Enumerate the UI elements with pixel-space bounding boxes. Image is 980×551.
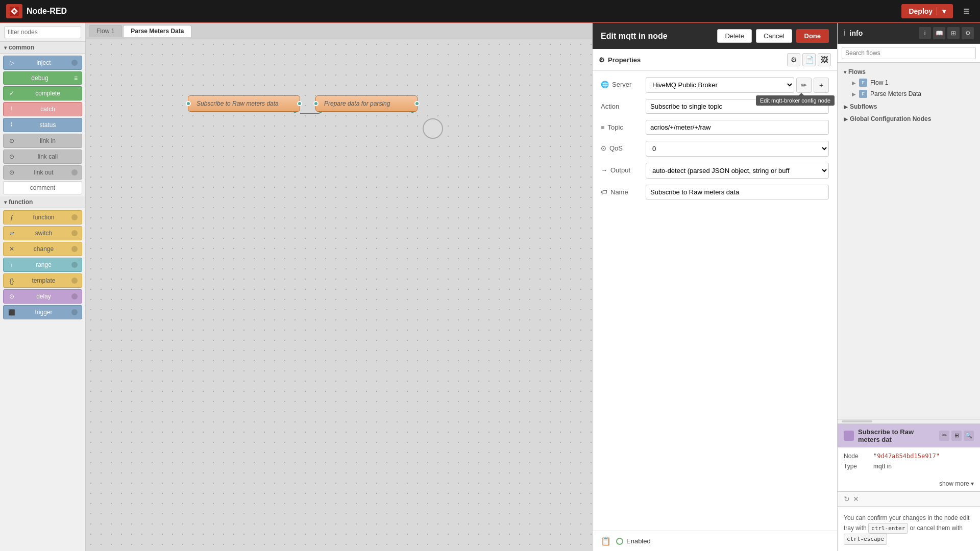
template-icon: {}	[8, 277, 16, 285]
nd-type-value: mqtt in	[873, 463, 892, 470]
name-form-row: 🏷 Name	[601, 185, 829, 199]
topic-icon: ≡	[601, 123, 605, 131]
hamburger-button[interactable]: ≡	[959, 3, 974, 20]
node-template[interactable]: {} template	[3, 273, 82, 288]
node-delay[interactable]: ⊙ delay	[3, 289, 82, 304]
switch-port	[71, 230, 78, 236]
trigger-icon: ⬛	[8, 308, 16, 316]
nd-title: Subscribe to Raw meters dat	[858, 428, 935, 443]
node-catch[interactable]: ! catch	[3, 102, 82, 116]
output-control: auto-detect (parsed JSON object, string …	[646, 163, 829, 179]
name-control	[646, 185, 829, 199]
tree-parse-meters[interactable]: ▶ F Parse Meters Data	[842, 88, 976, 99]
close-icon[interactable]: ✕	[853, 495, 859, 503]
output-select[interactable]: auto-detect (parsed JSON object, string …	[646, 163, 829, 179]
flows-section-header[interactable]: ▾ Flows	[842, 67, 976, 77]
topic-form-row: ≡ Topic	[601, 120, 829, 135]
nd-header-icons: ✏ ⊞ 🔍	[939, 431, 974, 441]
server-row: HiveMQ Public Broker ✏ Edit mqtt-broker …	[646, 77, 829, 93]
topic-input[interactable]	[646, 120, 829, 135]
category-function[interactable]: ▾ function	[0, 196, 85, 208]
node-linkin[interactable]: ⊙ link in	[3, 134, 82, 148]
tab-parse-meters[interactable]: Parse Meters Data	[123, 25, 191, 37]
name-icon: 🏷	[601, 188, 607, 196]
node-function[interactable]: ƒ function	[3, 210, 82, 224]
server-select[interactable]: HiveMQ Public Broker	[646, 77, 794, 93]
global-config-header[interactable]: ▶ Global Configuration Nodes	[842, 114, 976, 124]
canvas-circle-node[interactable]	[423, 118, 443, 139]
toolbar-settings-icon[interactable]: ⚙	[787, 53, 800, 66]
footer-export-icon[interactable]: 📋	[601, 536, 611, 546]
linkin-label: link in	[18, 137, 78, 144]
logo-icon	[6, 4, 22, 18]
subflows-label: Subflows	[850, 103, 877, 110]
server-form-row: 🌐 Server HiveMQ Public Broker ✏ Edit mqt…	[601, 77, 829, 93]
node-trigger[interactable]: ⬛ trigger	[3, 305, 82, 319]
node-linkcall[interactable]: ⊙ link call	[3, 149, 82, 164]
edit-toolbar: ⚙ Properties ⚙ 📄 🖼	[593, 49, 837, 71]
deploy-button[interactable]: Deploy ▾	[901, 4, 953, 18]
right-book-icon[interactable]: 📖	[933, 27, 945, 39]
action-form-row: Action	[601, 99, 829, 114]
node-linkout[interactable]: ⊙ link out	[3, 165, 82, 180]
shortcut-ctrl-escape: ctrl-escape	[844, 534, 887, 545]
topic-label: ≡ Topic	[601, 120, 642, 131]
done-button[interactable]: Done	[796, 29, 829, 43]
nd-node-row: Node "9d47a854bd15e917"	[844, 453, 974, 460]
nd-search-icon[interactable]: 🔍	[964, 431, 974, 441]
filter-nodes-input[interactable]	[4, 26, 81, 38]
switch-label: switch	[18, 230, 69, 237]
qos-select[interactable]: 0 1 2	[646, 141, 829, 157]
switch-icon: ⇌	[8, 229, 16, 237]
right-nodes-icon[interactable]: ⊞	[947, 27, 960, 39]
action-input[interactable]	[646, 99, 829, 114]
node-debug[interactable]: debug ≡	[3, 71, 82, 85]
right-panel-icons: i 📖 ⊞ ⚙	[919, 27, 974, 39]
node-comment[interactable]: comment	[3, 181, 82, 194]
node-status[interactable]: ⌇ status	[3, 118, 82, 132]
node-range[interactable]: i range	[3, 258, 82, 272]
search-flows-input[interactable]	[842, 47, 976, 59]
node-complete[interactable]: ✓ complete	[3, 86, 82, 101]
toolbar-appearance-icon[interactable]: 🖼	[818, 53, 831, 66]
tree-flow1[interactable]: ▶ F Flow 1	[842, 77, 976, 88]
app-logo: Node-RED	[6, 4, 67, 18]
name-input[interactable]	[646, 185, 829, 199]
linkcall-icon: ⊙	[8, 153, 16, 161]
output-form-row: → Output auto-detect (parsed JSON object…	[601, 163, 829, 179]
node-detail-card: Subscribe to Raw meters dat ✏ ⊞ 🔍 Node "…	[838, 423, 980, 491]
right-panel: i info i 📖 ⊞ ⚙ ▾ Flows ▶ F Flow 1	[837, 23, 980, 551]
add-server-button[interactable]: +	[814, 78, 829, 93]
toolbar-description-icon[interactable]: 📄	[802, 53, 816, 66]
canvas-node-prepare[interactable]: Prepare data for parsing	[315, 95, 418, 112]
cancel-button[interactable]: Cancel	[756, 29, 792, 43]
enabled-circle	[616, 538, 623, 545]
nd-edit-icon[interactable]: ✏	[939, 431, 949, 441]
right-settings-icon[interactable]: ⚙	[962, 27, 974, 39]
edit-server-button[interactable]: ✏ Edit mqtt-broker config node	[796, 78, 812, 93]
node-switch[interactable]: ⇌ switch	[3, 226, 82, 240]
tab-flow1[interactable]: Flow 1	[89, 25, 122, 37]
category-common[interactable]: ▾ common	[0, 42, 85, 54]
refresh-icon[interactable]: ↻	[844, 495, 850, 503]
function-arrow: ▾	[4, 199, 7, 205]
delay-port	[71, 293, 78, 299]
canvas-node-subscribe[interactable]: Subscribe to Raw meters data	[188, 95, 300, 112]
subflows-header[interactable]: ▶ Subflows	[842, 102, 976, 112]
global-config-section: ▶ Global Configuration Nodes	[842, 114, 976, 124]
inject-port	[71, 60, 78, 66]
server-label: 🌐 Server	[601, 77, 642, 88]
enabled-label: Enabled	[626, 537, 651, 545]
delete-button[interactable]: Delete	[717, 29, 752, 43]
subflows-section: ▶ Subflows	[842, 102, 976, 112]
flow-canvas[interactable]: Subscribe to Raw meters data Prepare dat…	[86, 39, 592, 551]
show-more-button[interactable]: show more ▾	[838, 478, 980, 491]
node-detail-header: Subscribe to Raw meters dat ✏ ⊞ 🔍	[838, 424, 980, 447]
range-icon: i	[8, 261, 16, 269]
node-inject[interactable]: ▷ inject	[3, 56, 82, 70]
node-change[interactable]: ✕ change	[3, 242, 82, 256]
nd-link-icon[interactable]: ⊞	[951, 431, 962, 441]
template-label: template	[18, 277, 69, 284]
app-name: Node-RED	[27, 7, 67, 16]
right-info-icon[interactable]: i	[919, 27, 931, 39]
